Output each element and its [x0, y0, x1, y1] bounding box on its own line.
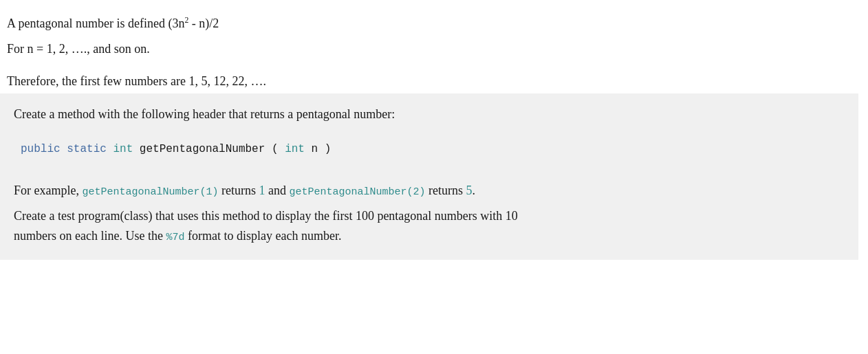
method-name: getPentagonalNumber — [140, 143, 265, 155]
first-few-paragraph: Therefore, the first few numbers are 1, … — [7, 71, 851, 91]
param-n: n — [312, 143, 318, 155]
example-paragraph: For example, getPentagonalNumber(1) retu… — [14, 181, 845, 201]
keyword-int2: int — [285, 143, 305, 155]
example-returns1: returns — [219, 184, 259, 197]
example-call1: getPentagonalNumber(1) — [82, 186, 218, 198]
formula-text-prefix: A pentagonal number is defined (3n — [7, 16, 184, 30]
keyword-public: public — [21, 143, 61, 155]
test-program-paragraph: Create a test program(class) that uses t… — [14, 206, 845, 246]
test-program-line1: Create a test program(class) that uses t… — [14, 209, 518, 223]
format-code: %7d — [166, 232, 184, 243]
close-paren: ) — [325, 143, 332, 155]
example-returns2: returns — [426, 184, 466, 197]
code-signature: public static int getPentagonalNumber ( … — [7, 130, 851, 168]
keyword-static: static — [67, 143, 107, 155]
example-call2: getPentagonalNumber(2) — [290, 186, 426, 198]
example-prefix: For example, — [14, 184, 82, 197]
example-val2: 5 — [466, 184, 473, 197]
sequence-paragraph: For n = 1, 2, …., and son on. — [7, 39, 851, 59]
description-block: Create a method with the following heade… — [0, 93, 858, 260]
keyword-int1: int — [113, 143, 133, 155]
formula-paragraph: A pentagonal number is defined (3n2 - n)… — [7, 14, 851, 34]
example-val1: 1 — [259, 184, 265, 197]
main-content: A pentagonal number is defined (3n2 - n)… — [7, 14, 851, 260]
test-program-line2-prefix: numbers on each line. Use the — [14, 229, 166, 243]
example-period: . — [473, 184, 476, 197]
formula-text-suffix: - n)/2 — [188, 16, 219, 30]
format-suffix: format to display each number. — [184, 229, 341, 243]
open-paren: ( — [272, 143, 279, 155]
create-method-paragraph: Create a method with the following heade… — [14, 104, 845, 124]
example-and: and — [265, 184, 290, 197]
